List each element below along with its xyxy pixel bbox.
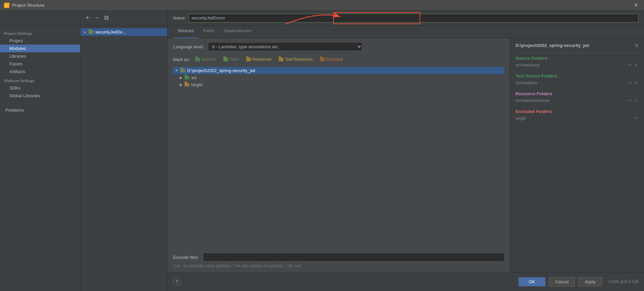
excluded-folder-icon <box>320 58 325 61</box>
sidebar: Project Settings Project Modules Librari… <box>0 11 80 291</box>
mark-test-resources-button[interactable]: Test Resources <box>277 56 315 62</box>
dir-item-src[interactable]: ▶ src <box>173 74 504 81</box>
sidebar-item-label-libraries: Libraries <box>9 54 26 59</box>
excluded-folder-path: target <box>516 116 526 121</box>
content-inner: Language level: 8 - Lambdas, type annota… <box>168 38 644 272</box>
dir-arrow-icon: ▶ <box>180 76 182 79</box>
folder-icon <box>89 30 93 34</box>
mark-tests-button[interactable]: Tests <box>221 56 241 62</box>
sidebar-item-label-problems: Problems <box>5 108 24 113</box>
tests-folder-icon <box>223 58 228 61</box>
sidebar-nav: Project Settings Project Modules Librari… <box>0 25 80 291</box>
divider <box>516 53 639 53</box>
module-tree-header: + − ⧉ <box>80 11 167 25</box>
sidebar-item-label-sdks: SDKs <box>9 85 20 91</box>
src-folder-icon <box>184 76 189 79</box>
resource-folder-path: src\main\resources <box>516 98 549 103</box>
edit-resource-folder-button[interactable]: ✏ <box>628 98 633 103</box>
sources-folder-icon <box>195 58 200 61</box>
bottom-bar: ? OK Cancel Apply CSDN @念兮为美 <box>168 272 644 291</box>
remove-test-source-folder-button[interactable]: ✕ <box>634 80 639 85</box>
sidebar-item-modules[interactable]: Modules <box>0 45 80 52</box>
tree-arrow-icon: ▶ <box>84 30 87 34</box>
test-source-folders-section: Test Source Folders src\test\java ✏ ✕ <box>516 73 639 86</box>
test-resources-folder-icon <box>279 58 283 61</box>
project-settings-header: Project Settings <box>0 28 80 37</box>
src-label: src <box>191 75 197 80</box>
sidebar-item-problems[interactable]: Problems <box>0 106 80 114</box>
apply-button[interactable]: Apply <box>578 277 602 287</box>
mark-resources-button[interactable]: Resources <box>244 56 273 62</box>
right-panel-title: D:\project\2022_spring-security_jwt ✕ <box>516 42 639 49</box>
title-bar-title: Project Structure <box>12 3 45 8</box>
svg-text:P: P <box>5 4 7 7</box>
remove-source-folder-button[interactable]: ✕ <box>634 63 639 67</box>
language-level-row: Language level: 8 - Lambdas, type annota… <box>173 42 504 51</box>
name-label: Name: <box>173 15 186 20</box>
sidebar-item-label-modules: Modules <box>9 46 26 51</box>
right-panel: D:\project\2022_spring-security_jwt ✕ So… <box>510 38 644 272</box>
sidebar-item-libraries[interactable]: Libraries <box>0 52 80 60</box>
dir-item-target[interactable]: ▶ target <box>173 81 504 88</box>
tab-sources[interactable]: Sources <box>173 25 199 38</box>
sidebar-item-facets[interactable]: Facets <box>0 60 80 68</box>
platform-settings-header: Platform Settings <box>0 75 80 84</box>
tabs: Sources Paths Dependencies <box>168 25 644 38</box>
remove-module-button[interactable]: − <box>93 14 101 22</box>
sidebar-item-global-libraries[interactable]: Global Libraries <box>0 92 80 100</box>
title-bar: P Project Structure ✕ <box>0 0 644 11</box>
tab-paths[interactable]: Paths <box>199 25 219 38</box>
mark-sources-button[interactable]: Sources <box>193 56 218 62</box>
excluded-folder-item: target ✕ <box>516 115 639 121</box>
watermark: CSDN @念兮为美 <box>609 279 639 284</box>
sidebar-item-label-facets: Facets <box>9 61 22 66</box>
main-container: Project Settings Project Modules Librari… <box>0 11 644 291</box>
add-module-button[interactable]: + <box>84 14 91 22</box>
language-level-select[interactable]: 8 - Lambdas, type annotations etc. <box>208 42 362 51</box>
excluded-folder-actions: ✕ <box>634 116 639 121</box>
sidebar-item-label-global-libraries: Global Libraries <box>9 93 40 98</box>
resource-folder-actions: ✏ ✕ <box>628 98 639 103</box>
app-icon: P <box>4 3 9 8</box>
name-row: Name: <box>168 11 644 25</box>
exclude-files-input[interactable] <box>203 253 504 261</box>
sidebar-item-label-artifacts: Artifacts <box>9 69 25 74</box>
module-tree-item-securityJwtDemo[interactable]: ▶ securityJwtDe... <box>80 28 167 36</box>
sidebar-item-artifacts[interactable]: Artifacts <box>0 68 80 75</box>
edit-source-folder-button[interactable]: ✏ <box>628 63 633 67</box>
remove-resource-folder-button[interactable]: ✕ <box>634 98 639 103</box>
mark-as-row: Mark as: Sources Tests Resources <box>173 56 504 62</box>
mark-as-label: Mark as: <box>173 57 190 62</box>
title-bar-left: P Project Structure <box>4 3 45 8</box>
ok-button[interactable]: OK <box>519 277 545 286</box>
sidebar-item-project[interactable]: Project <box>0 37 80 45</box>
resource-folders-section: Resource Folders src\main\resources ✏ ✕ <box>516 91 639 104</box>
test-source-folder-item: src\test\java ✏ ✕ <box>516 80 639 86</box>
remove-excluded-folder-button[interactable]: ✕ <box>634 116 639 121</box>
dir-item-root[interactable]: ▼ D:\project\2022_spring-security_jwt <box>173 67 504 74</box>
excluded-folders-title: Excluded Folders <box>516 109 639 114</box>
copy-module-button[interactable]: ⧉ <box>103 14 110 22</box>
cancel-button[interactable]: Cancel <box>549 277 575 287</box>
module-tree-content: ▶ securityJwtDe... <box>80 25 167 291</box>
tab-dependencies[interactable]: Dependencies <box>219 25 256 38</box>
module-tree-item-label: securityJwtDe... <box>95 30 126 35</box>
source-folders-title: Source Folders <box>516 56 639 61</box>
dir-arrow-icon: ▶ <box>180 83 182 86</box>
directory-tree: ▼ D:\project\2022_spring-security_jwt ▶ … <box>173 67 504 248</box>
resource-folders-title: Resource Folders <box>516 91 639 96</box>
window-close-button[interactable]: ✕ <box>632 2 640 9</box>
exclude-files-label: Exclude files: <box>173 255 199 260</box>
help-button[interactable]: ? <box>173 278 180 286</box>
resources-folder-icon <box>246 58 251 61</box>
name-input[interactable] <box>189 14 639 22</box>
root-folder-icon <box>180 69 185 72</box>
mark-excluded-button[interactable]: Excluded <box>318 56 344 62</box>
test-source-folders-title: Test Source Folders <box>516 73 639 78</box>
sidebar-item-sdks[interactable]: SDKs <box>0 84 80 92</box>
target-folder-icon <box>184 83 189 86</box>
edit-test-source-folder-button[interactable]: ✏ <box>628 80 633 85</box>
right-panel-close-button[interactable]: ✕ <box>634 42 639 49</box>
source-folder-item: src\main\java ✏ ✕ <box>516 62 639 68</box>
sidebar-item-label-project: Project <box>9 38 23 43</box>
